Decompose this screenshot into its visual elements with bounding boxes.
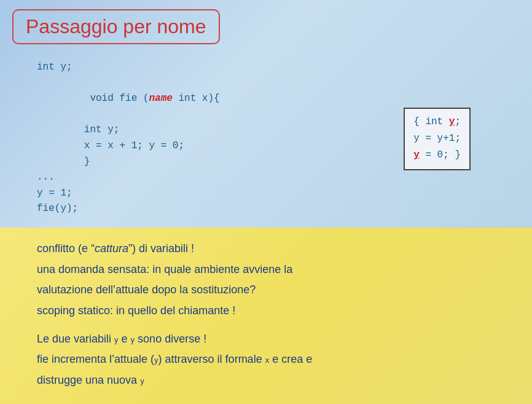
- top-section: Passaggio per nome int y; void fie (name…: [0, 0, 532, 228]
- title-box: Passaggio per nome: [12, 9, 220, 44]
- sub-x: x: [265, 355, 270, 365]
- inline-y2: y: [413, 149, 420, 160]
- inline-y1: y: [449, 116, 455, 127]
- bottom-line-1: conflitto (e “cattura”) di variabili !: [37, 240, 495, 258]
- sub-y2: y: [131, 335, 135, 344]
- bottom-line-5: Le due variabili y e y sono diverse !: [37, 330, 495, 349]
- page-title: Passaggio per nome: [26, 15, 206, 38]
- sub-y4: y: [140, 376, 144, 386]
- bottom-line-2: una domanda sensata: in quale ambiente a…: [37, 261, 495, 279]
- inline-line-2: y = y+1;: [413, 130, 461, 147]
- bottom-line-3: valutazione dell’attuale dopo la sostitu…: [37, 281, 495, 299]
- bottom-line-4: scoping statico: in quello del chiamante…: [37, 302, 495, 320]
- inline-code-box: { int y; y = y+1; y = 0; }: [404, 108, 471, 170]
- code-line-7: y = 1;: [37, 186, 495, 202]
- sub-y3: y: [154, 355, 158, 365]
- sub-y1: y: [114, 335, 119, 344]
- name-keyword: name: [149, 93, 172, 104]
- bottom-line-7: distrugge una nuova y: [37, 371, 495, 390]
- code-line-8: fie(y);: [37, 201, 495, 217]
- bottom-line-6: fie incrementa l’attuale (y) attraverso …: [37, 351, 495, 369]
- bottom-section: conflitto (e “cattura”) di variabili ! u…: [0, 228, 532, 404]
- code-line-1: int y;: [37, 60, 495, 76]
- code-line-6: ...: [37, 170, 495, 186]
- inline-line-1: { int y;: [413, 114, 461, 130]
- inline-line-3: y = 0; }: [413, 147, 461, 164]
